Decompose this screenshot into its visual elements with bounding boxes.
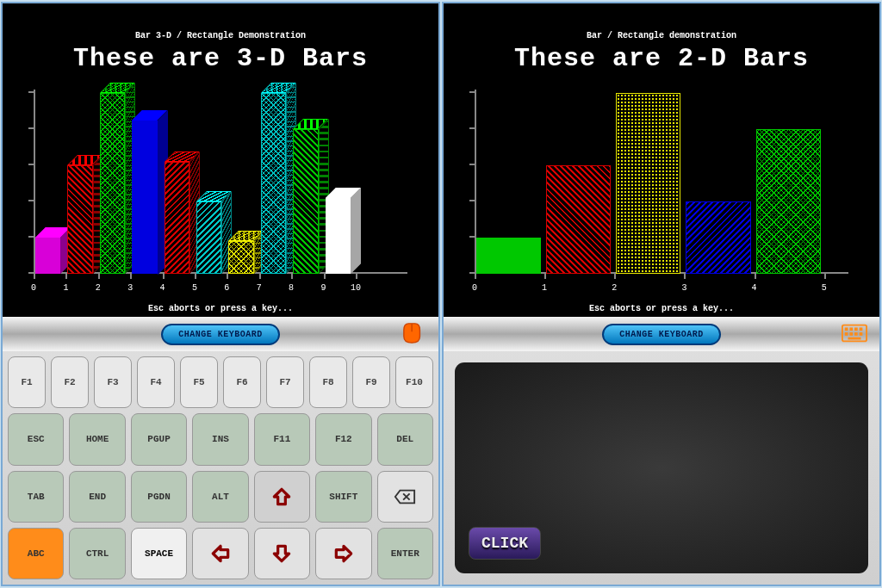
- chart-header: Bar 3-D / Rectangle Demonstration: [8, 31, 433, 40]
- svg-rect-4: [860, 327, 863, 331]
- keyboard-panel: CHANGE KEYBOARD F1F2F3F4F5F6F7F8F9F10ESC…: [3, 317, 438, 585]
- svg-rect-8: [860, 332, 863, 336]
- key-space[interactable]: SPACE: [131, 528, 187, 579]
- key-arrow-right[interactable]: [315, 528, 371, 579]
- key-home[interactable]: HOME: [69, 413, 125, 465]
- bar-3d: [165, 162, 189, 274]
- svg-rect-7: [854, 332, 858, 336]
- key-abc[interactable]: ABC: [8, 528, 64, 579]
- key-esc[interactable]: ESC: [8, 413, 64, 465]
- key-f7[interactable]: F7: [266, 356, 304, 408]
- keyboard-icon[interactable]: [842, 322, 867, 344]
- key-f4[interactable]: F4: [137, 356, 175, 408]
- bar-3d: [326, 198, 351, 274]
- svg-rect-2: [849, 327, 853, 331]
- graph-3d: Bar 3-D / Rectangle Demonstration These …: [3, 3, 438, 317]
- key-f3[interactable]: F3: [94, 356, 132, 408]
- chart-footer: Esc aborts or press a key...: [444, 304, 879, 313]
- bar-3d: [293, 129, 318, 274]
- right-pane: Bar / Rectangle demonstration These are …: [442, 2, 881, 586]
- key-f11[interactable]: F11: [254, 413, 310, 465]
- bar-2d: [756, 129, 821, 274]
- bar-3d: [196, 201, 221, 274]
- key-f9[interactable]: F9: [352, 356, 390, 408]
- key-tab[interactable]: TAB: [8, 471, 64, 523]
- mouse-icon[interactable]: [401, 322, 426, 344]
- key-del[interactable]: DEL: [377, 413, 433, 465]
- chart-2d-area: 012345: [475, 90, 848, 274]
- key-backspace[interactable]: [377, 471, 433, 523]
- key-alt[interactable]: ALT: [192, 471, 248, 523]
- key-ctrl[interactable]: CTRL: [69, 528, 125, 579]
- bar-3d: [261, 93, 286, 274]
- svg-rect-9: [848, 337, 861, 340]
- svg-rect-6: [849, 332, 853, 336]
- key-f6[interactable]: F6: [223, 356, 261, 408]
- key-ins[interactable]: INS: [192, 413, 248, 465]
- control-top-bar: CHANGE KEYBOARD: [444, 317, 879, 351]
- key-f5[interactable]: F5: [180, 356, 218, 408]
- graph-2d: Bar / Rectangle demonstration These are …: [444, 3, 879, 317]
- bar-3d: [100, 93, 125, 274]
- trackpad-area: CLICK: [444, 351, 879, 585]
- click-button[interactable]: CLICK: [469, 527, 541, 560]
- chart-title: These are 2-D Bars: [449, 44, 874, 73]
- left-pane: Bar 3-D / Rectangle Demonstration These …: [1, 2, 440, 586]
- key-pgup[interactable]: PGUP: [131, 413, 187, 465]
- key-arrow-down[interactable]: [254, 528, 310, 579]
- chart-header: Bar / Rectangle demonstration: [449, 31, 874, 40]
- key-enter[interactable]: ENTER: [377, 528, 433, 579]
- bar-2d: [616, 93, 680, 274]
- bar-3d: [132, 121, 157, 275]
- trackpad[interactable]: CLICK: [452, 360, 871, 576]
- bar-2d: [686, 201, 750, 274]
- key-f8[interactable]: F8: [309, 356, 347, 408]
- bar-3d: [35, 238, 60, 274]
- key-f1[interactable]: F1: [8, 356, 46, 408]
- key-pgdn[interactable]: PGDN: [131, 471, 187, 523]
- svg-rect-1: [845, 327, 848, 331]
- change-keyboard-button[interactable]: CHANGE KEYBOARD: [161, 324, 280, 345]
- chart-title: These are 3-D Bars: [8, 44, 433, 73]
- bar-3d: [228, 241, 253, 274]
- chart-3d-area: 012345678910: [34, 90, 407, 274]
- chart-footer: Esc aborts or press a key...: [3, 304, 438, 313]
- key-f10[interactable]: F10: [395, 356, 433, 408]
- change-keyboard-button[interactable]: CHANGE KEYBOARD: [602, 324, 721, 345]
- trackpad-panel: CHANGE KEYBOARD CLICK: [444, 317, 879, 585]
- key-f12[interactable]: F12: [315, 413, 371, 465]
- key-end[interactable]: END: [69, 471, 125, 523]
- virtual-keyboard: F1F2F3F4F5F6F7F8F9F10ESCHOMEPGUPINSF11F1…: [3, 351, 438, 585]
- bar-2d: [546, 165, 611, 274]
- key-f2[interactable]: F2: [51, 356, 89, 408]
- control-top-bar: CHANGE KEYBOARD: [3, 317, 438, 351]
- svg-rect-5: [845, 332, 848, 336]
- bar-2d: [476, 238, 541, 274]
- key-arrow-up[interactable]: [254, 471, 310, 523]
- bar-3d: [67, 165, 92, 274]
- key-shift[interactable]: SHIFT: [315, 471, 371, 523]
- key-arrow-left[interactable]: [192, 528, 248, 579]
- svg-rect-3: [854, 327, 858, 331]
